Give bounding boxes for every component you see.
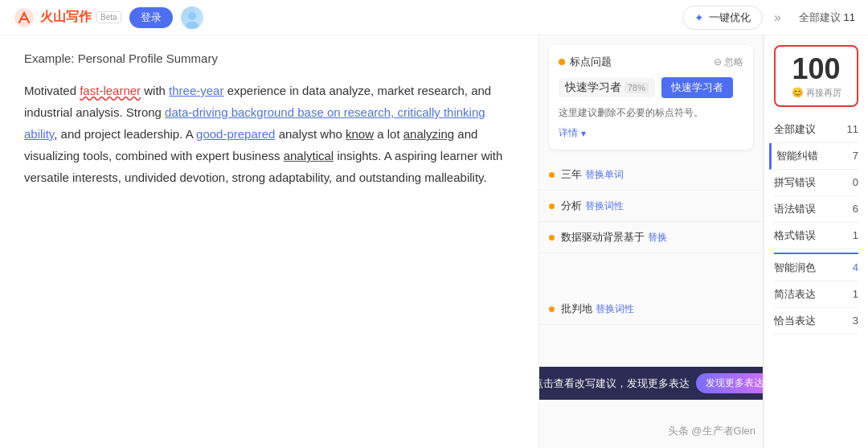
cat-grammar[interactable]: 语法错误 6 (774, 196, 858, 223)
text-a-lot: a lot (374, 127, 403, 141)
card-detail[interactable]: 详情 ▾ (559, 126, 743, 140)
score-number: 100 (776, 53, 857, 85)
item-sub: 替换词性 (585, 199, 624, 213)
watermark: 头条 @生产者Glen (668, 424, 755, 438)
svg-point-0 (14, 8, 34, 27)
original-word: 快速学习者 78% (559, 78, 655, 97)
score-label: 😊 再接再厉 (776, 87, 857, 99)
topbar: 火山写作 Beta 登录 ✦ 一键优化 » 全部建议 11 (0, 0, 868, 35)
score-sub: 再接再厉 (806, 87, 841, 99)
item-dot (549, 235, 555, 240)
cat-count: 1 (853, 229, 858, 241)
text-good-prepared: good-prepared (196, 127, 275, 141)
word-percent: 78% (624, 82, 649, 93)
tooltip-text: 点击查看改写建议，发现更多表达 (538, 376, 690, 391)
expand-button[interactable]: » (771, 10, 784, 25)
item-dot (549, 203, 555, 209)
cat-label: 恰当表达 (774, 314, 816, 328)
right-categories: 全部建议 11 智能纠错 7 拼写错误 0 语法错误 6 格式错误 1 智能润色… (764, 117, 868, 448)
text-analyst: analyst who (275, 127, 346, 141)
optimize-label: 一键优化 (709, 10, 751, 25)
cat-count: 3 (853, 314, 858, 327)
suggestion-item-data-driven[interactable]: 数据驱动背景基于 替换 (539, 222, 763, 253)
suggestion-item-fenxi[interactable]: 分析 替换词性 (539, 191, 763, 222)
item-main: 分析 (561, 199, 582, 213)
doc-title: Example: Personal Profile Summary (24, 51, 514, 65)
text-and-project: , and project leadership. A (54, 127, 196, 141)
ignore-button[interactable]: ⊖ 忽略 (714, 55, 743, 69)
card-word-row: 快速学习者 78% 快速学习者 (559, 77, 743, 98)
cat-concise[interactable]: 简洁表达 1 (774, 282, 858, 308)
item-main: 批判地 (561, 302, 592, 316)
main-layout: Example: Personal Profile Summary Motiva… (0, 35, 868, 448)
text-analytical: analytical (284, 149, 334, 162)
logo-text: 火山写作 (40, 9, 92, 26)
cat-count: 7 (853, 150, 858, 162)
suggestions-count-label: 全部建议 11 (799, 10, 855, 25)
star-icon: ✦ (694, 11, 704, 24)
doc-content: Motivated fast-learner with three-year e… (24, 80, 514, 188)
cat-label: 简洁表达 (774, 287, 816, 302)
text-know: know (346, 127, 374, 141)
cat-label: 格式错误 (774, 228, 816, 243)
suggestion-panel: 标点问题 ⊖ 忽略 快速学习者 78% 快速学习者 这里建议删除不必要的标点符号… (538, 35, 764, 448)
cat-count: 4 (853, 261, 858, 273)
card-desc: 这里建议删除不必要的标点符号。 (559, 106, 743, 120)
item-sub: 替换单词 (585, 168, 624, 182)
item-main: 数据驱动背景基于 (561, 230, 645, 245)
suggestion-item-sannian[interactable]: 三年 替换单词 (539, 159, 763, 191)
item-sub: 替换 (648, 231, 667, 245)
discover-label: 发现更多表达 (706, 376, 764, 390)
card-dot (559, 59, 565, 65)
cat-smart-correction[interactable]: 智能纠错 7 (769, 143, 858, 170)
cat-label: 智能润色 (774, 261, 816, 275)
suggestions-text: 全部建议 (799, 11, 841, 23)
cat-spelling[interactable]: 拼写错误 0 (774, 170, 858, 196)
avatar (181, 6, 203, 29)
text-fast-learner: fast-learner (80, 84, 141, 97)
svg-point-2 (186, 22, 199, 29)
text-analyzing: analyzing (403, 127, 454, 141)
text-with: with (141, 84, 169, 97)
editor-area[interactable]: Example: Personal Profile Summary Motiva… (0, 35, 538, 448)
card-title: 标点问题 (570, 55, 612, 69)
suggestions-number: 11 (844, 11, 855, 23)
cat-label: 拼写错误 (774, 175, 816, 190)
item-sub: 替换词性 (596, 302, 634, 316)
svg-point-1 (188, 12, 196, 20)
card-header: 标点问题 ⊖ 忽略 (559, 55, 743, 69)
text-three-year: three-year (169, 84, 223, 97)
logo-icon (13, 6, 35, 29)
cat-format[interactable]: 格式错误 1 (774, 223, 858, 249)
discover-button[interactable]: 发现更多表达 2 (696, 373, 764, 393)
tooltip-bar: 💡 点击查看改写建议，发现更多表达 发现更多表达 2 (538, 367, 764, 400)
item-dot (549, 172, 555, 178)
cat-label: 全部建议 (774, 122, 816, 137)
suggestion-card: 标点问题 ⊖ 忽略 快速学习者 78% 快速学习者 这里建议删除不必要的标点符号… (549, 45, 753, 150)
ignore-icon: ⊖ (714, 56, 722, 68)
item-main: 三年 (561, 167, 582, 182)
login-button[interactable]: 登录 (129, 7, 173, 28)
beta-badge: Beta (96, 11, 121, 23)
optimize-button[interactable]: ✦ 一键优化 (682, 6, 763, 30)
smile-icon: 😊 (792, 87, 804, 98)
suggestion-item-pijudi[interactable]: 批判地 替换词性 (539, 294, 763, 325)
cat-all-suggestions[interactable]: 全部建议 11 (774, 117, 858, 143)
cat-count: 0 (853, 176, 858, 188)
replace-button[interactable]: 快速学习者 (661, 77, 733, 98)
chevron-down-icon: ▾ (581, 128, 586, 139)
score-box: 100 😊 再接再厉 (774, 45, 858, 107)
cat-proper[interactable]: 恰当表达 3 (774, 308, 858, 335)
cat-smart-polish[interactable]: 智能润色 4 (774, 253, 858, 282)
cat-count: 6 (853, 203, 858, 215)
text-motivated: Motivated (24, 84, 80, 97)
item-dot (549, 306, 555, 312)
cat-label: 智能纠错 (776, 149, 818, 163)
cat-count: 11 (847, 123, 858, 135)
cat-count: 1 (853, 288, 858, 300)
cat-label: 语法错误 (774, 202, 816, 216)
right-panel: 100 😊 再接再厉 全部建议 11 智能纠错 7 拼写错误 0 语法错误 6 (764, 35, 868, 448)
logo-area: 火山写作 Beta (13, 6, 121, 29)
